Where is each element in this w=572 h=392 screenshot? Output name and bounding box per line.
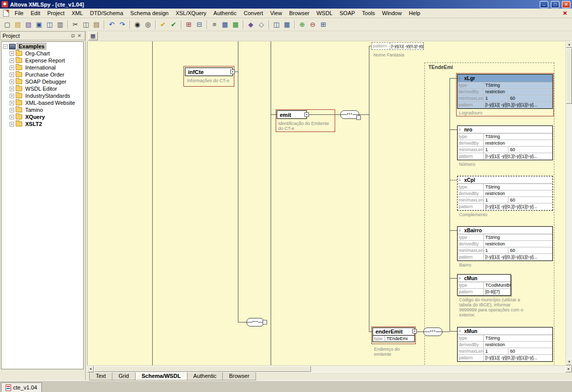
menu-item-window[interactable]: Window [378, 9, 405, 17]
tree-item-soap-debugger[interactable]: SOAP Debugger [2, 78, 83, 85]
scroll-left-icon[interactable] [87, 366, 94, 372]
save-file-button[interactable]: ▣ [34, 19, 44, 30]
reload-file-button[interactable]: ▧ [23, 19, 34, 30]
element-node-infcte[interactable]: infCte [185, 68, 233, 76]
authentic-view-button[interactable]: ◆ [245, 19, 256, 30]
sequence-compositor[interactable] [423, 328, 442, 336]
element-node-emit[interactable]: emit [277, 110, 307, 119]
expand-icon[interactable] [412, 329, 417, 334]
expand-icon[interactable] [10, 122, 14, 126]
menu-item-xml[interactable]: XML [68, 9, 87, 17]
menu-item-xsl-xquery[interactable]: XSL/XQuery [172, 9, 210, 17]
facet-table-nro[interactable]: nrotypeTStringderivedByrestrictionmin/ma… [457, 125, 553, 160]
expand-icon[interactable] [10, 108, 14, 112]
menu-item-schema-design[interactable]: Schema design [127, 9, 172, 17]
tree-item-xquery[interactable]: XQuery [2, 113, 83, 120]
tree-item-xml-based-website[interactable]: XML-based Website [2, 99, 83, 106]
facet-table-xbairro[interactable]: xBairrotypeTStringderivedByrestrictionmi… [457, 226, 553, 261]
paste-button[interactable]: ▤ [91, 19, 102, 30]
close-panel-icon[interactable] [76, 33, 83, 39]
horizontal-scrollbar[interactable] [87, 365, 572, 372]
redo-button[interactable]: ↷ [117, 19, 128, 30]
schema-view-button[interactable]: ▦ [230, 19, 241, 30]
window-cascade-button[interactable]: ◫ [271, 19, 282, 30]
facet-table-xlgr[interactable]: xLgrtypeTStringderivedByrestrictionmin/m… [457, 74, 553, 109]
validate-button[interactable]: ✔ [168, 19, 179, 30]
copy-button[interactable]: ◫ [81, 19, 91, 30]
view-tab-schema-wsdl[interactable]: Schema/WSDL [135, 372, 187, 380]
expand-icon[interactable] [10, 73, 14, 77]
menu-item-authentic[interactable]: Authentic [210, 9, 240, 17]
tree-item-expense-report[interactable]: Expense Report [2, 57, 83, 64]
facet-table-cmun[interactable]: cMuntypeTCodMunIBGEpattern[0-9]{7} [457, 274, 511, 296]
tree-item-international[interactable]: International [2, 64, 83, 71]
save-all-button[interactable]: ◫ [44, 19, 55, 30]
window-tile-button[interactable]: ▦ [282, 19, 292, 30]
schema-diagram-canvas[interactable]: pattern [!-ÿ]{1}[ -ÿ]{0,}[!-ÿ]{1}[!-ÿ]..… [87, 41, 565, 365]
file-tab-cte-v1-04[interactable]: cte_v1.04 [1, 382, 42, 392]
tree-item-examples[interactable]: Examples [2, 43, 83, 50]
expand-icon[interactable] [10, 87, 14, 91]
pin-icon[interactable] [70, 33, 76, 39]
view-tab-authentic[interactable]: Authentic [187, 372, 223, 380]
tree-item-industrystandards[interactable]: IndustryStandards [2, 92, 83, 99]
append-element-button[interactable]: ⊕ [297, 19, 307, 30]
expand-icon[interactable] [304, 112, 309, 117]
tree-item-purchase-order[interactable]: Purchase Order [2, 71, 83, 78]
find-next-button[interactable]: ◎ [143, 19, 153, 30]
menu-item-soap[interactable]: SOAP [336, 9, 359, 17]
undo-button[interactable]: ↶ [106, 19, 117, 30]
menu-item-project[interactable]: Project [44, 9, 68, 17]
close-button[interactable] [562, 1, 570, 8]
facet-table-xmun[interactable]: xMuntypeTStringderivedByrestrictionmin/m… [457, 327, 553, 362]
sequence-compositor[interactable] [246, 318, 264, 326]
assign-schema-button[interactable]: ⊞ [183, 19, 194, 30]
scroll-right-icon[interactable] [565, 366, 572, 372]
view-tab-grid[interactable]: Grid [112, 372, 136, 380]
vertical-scrollbar[interactable] [565, 41, 572, 365]
view-tab-browser[interactable]: Browser [222, 372, 256, 380]
schema-grid-button[interactable]: ▦ [88, 32, 98, 40]
menu-item-view[interactable]: View [267, 9, 286, 17]
expand-icon[interactable] [10, 51, 14, 56]
menu-item-help[interactable]: Help [405, 9, 424, 17]
scroll-up-icon[interactable] [566, 41, 572, 48]
browser-view-button[interactable]: ◇ [256, 19, 267, 30]
expand-icon[interactable] [10, 101, 14, 105]
expand-icon[interactable] [3, 44, 8, 49]
scroll-down-icon[interactable] [566, 359, 572, 365]
tree-item-xslt2[interactable]: XSLT2 [2, 120, 83, 127]
find-button[interactable]: ◉ [132, 19, 143, 30]
grid-view-button[interactable]: ▦ [220, 19, 230, 30]
maximize-button[interactable] [551, 1, 559, 8]
open-file-button[interactable]: ▤ [13, 19, 23, 30]
expand-icon[interactable] [10, 66, 14, 70]
tree-item-wsdl-editor[interactable]: WSDL Editor [2, 85, 83, 92]
facet-fragment[interactable]: pattern [!-ÿ]{1}[ -ÿ]{0,}[!-ÿ]{1}[!-ÿ]..… [371, 42, 424, 50]
tree-item-tamino[interactable]: Tamino [2, 106, 83, 113]
scrollbar-thumb[interactable] [94, 366, 311, 372]
menu-item-dtd-schema[interactable]: DTD/Schema [87, 9, 127, 17]
expand-icon[interactable] [10, 80, 14, 84]
expand-icon[interactable] [10, 94, 14, 98]
remove-element-button[interactable]: ⊖ [307, 19, 318, 30]
scrollbar-thumb[interactable] [566, 48, 572, 104]
view-tab-text[interactable]: Text [89, 372, 112, 380]
tree-item-org-chart[interactable]: Org-Chart [2, 50, 83, 57]
goto-definition-button[interactable]: ⊟ [194, 19, 205, 30]
minimize-button[interactable] [540, 1, 548, 8]
insert-element-button[interactable]: ⊞ [318, 19, 329, 30]
document-icon[interactable] [3, 10, 9, 17]
menu-item-convert[interactable]: Convert [240, 9, 267, 17]
cut-button[interactable]: ✂ [70, 19, 81, 30]
print-button[interactable]: ▥ [55, 19, 66, 30]
expand-icon[interactable] [10, 115, 14, 119]
element-node-enderemit[interactable]: enderEmit [372, 328, 415, 336]
new-file-button[interactable]: ▢ [2, 19, 13, 30]
menu-item-file[interactable]: File [11, 9, 27, 17]
menu-item-wsdl[interactable]: WSDL [313, 9, 336, 17]
menu-item-browser[interactable]: Browser [286, 9, 313, 17]
expand-icon[interactable] [10, 58, 14, 63]
check-wellformed-button[interactable]: ✔ [158, 19, 168, 30]
facet-table-xcpl[interactable]: xCpltypeTStringderivedByrestrictionmin/m… [457, 176, 553, 211]
